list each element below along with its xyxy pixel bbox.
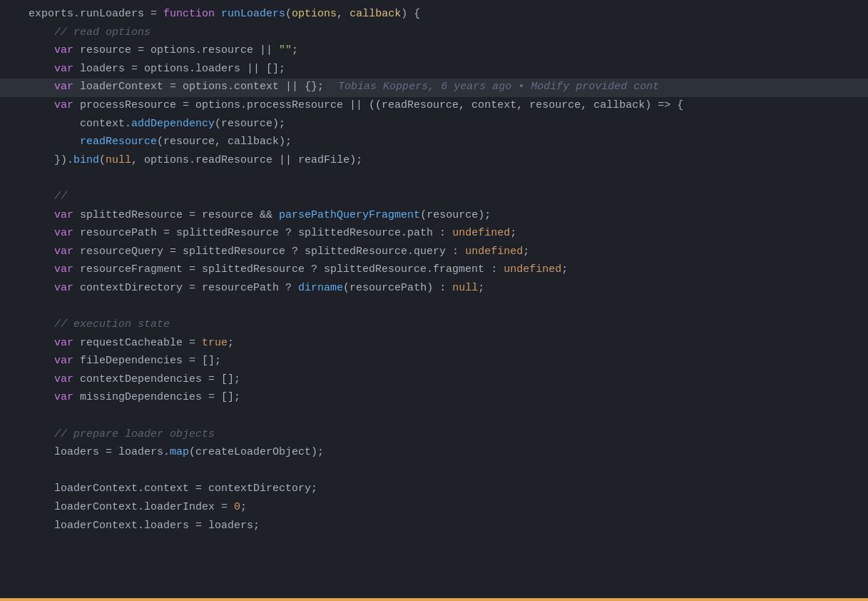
- line-content: var requestCacheable = true;: [29, 335, 234, 352]
- token-kw: var: [54, 337, 73, 349]
- code-line: exports.runLoaders = function runLoaders…: [0, 6, 868, 24]
- token-kw: var: [54, 263, 73, 276]
- token-plain: resourceQuery = splittedResource ? split…: [73, 246, 465, 258]
- token-comment: // execution state: [54, 318, 170, 330]
- line-content: exports.runLoaders = function runLoaders…: [29, 6, 420, 23]
- token-punct: ) {: [401, 8, 420, 20]
- code-line: // read options: [0, 24, 868, 43]
- token-plain: ;: [510, 227, 516, 239]
- code-line: context.addDependency(resource);: [0, 116, 868, 134]
- token-punct: ;: [292, 44, 298, 56]
- line-content: loaders = loaders.map(createLoaderObject…: [29, 444, 324, 461]
- line-content: loaderContext.context = contextDirectory…: [29, 480, 317, 498]
- line-content: //: [29, 188, 67, 206]
- token-punct: (: [285, 8, 292, 20]
- line-content: }).bind(null, options.readResource || re…: [29, 152, 362, 169]
- code-line: var splittedResource = resource && parse…: [0, 207, 868, 226]
- token-plain: context.: [80, 118, 131, 130]
- token-kw: var: [54, 246, 73, 258]
- token-plain: [215, 8, 221, 20]
- token-plain: (resourcePath) :: [343, 282, 452, 294]
- token-comment: // prepare loader objects: [54, 428, 215, 440]
- code-line: var loaders = options.loaders || [];: [0, 61, 868, 79]
- token-plain: ;: [523, 246, 529, 258]
- token-comment: //: [54, 191, 67, 203]
- token-plain: loaders = options.loaders ||: [73, 63, 266, 75]
- code-line: loaderContext.loaderIndex = 0;: [0, 499, 868, 517]
- token-func-name: bind: [73, 154, 99, 166]
- line-content: // read options: [29, 24, 150, 41]
- token-punct: []: [266, 63, 279, 75]
- token-param: callback: [349, 8, 401, 20]
- code-line: }).bind(null, options.readResource || re…: [0, 152, 868, 171]
- token-plain: loaderContext.loaderIndex =: [54, 501, 234, 513]
- line-content: var resourceFragment = splittedResource …: [29, 261, 568, 278]
- line-content: var splittedResource = resource && parse…: [29, 207, 491, 224]
- token-bool: undefined: [504, 263, 561, 276]
- token-punct: }).: [54, 154, 73, 166]
- token-plain: (resource);: [215, 118, 285, 130]
- code-line: var missingDependencies = [];: [0, 389, 868, 408]
- line-content: var loaders = options.loaders || [];: [29, 61, 285, 78]
- line-content: var resource = options.resource || "";: [29, 42, 298, 59]
- code-line: var resourceFragment = splittedResource …: [0, 261, 868, 280]
- token-plain: missingDependencies = [];: [73, 391, 240, 403]
- token-kw: var: [54, 391, 73, 403]
- token-plain: splittedResource = resource &&: [73, 209, 279, 221]
- code-line: [0, 170, 868, 188]
- code-line: loaders = loaders.map(createLoaderObject…: [0, 444, 868, 463]
- token-kw: var: [54, 81, 73, 93]
- line-content: // prepare loader objects: [29, 426, 215, 443]
- token-plain: contextDependencies = [];: [73, 373, 240, 385]
- line-content: loaderContext.loaders = loaders;: [29, 517, 260, 535]
- code-line: [0, 298, 868, 317]
- token-kw: function: [163, 8, 215, 20]
- code-line: var contextDependencies = [];: [0, 371, 868, 390]
- token-param: options: [292, 8, 337, 20]
- token-kw: var: [54, 373, 73, 385]
- token-plain: resource = options.resource ||: [73, 44, 279, 56]
- token-func-name: parsePathQueryFragment: [279, 209, 420, 221]
- token-bool: true: [202, 337, 228, 349]
- token-num: 0: [234, 501, 240, 513]
- token-kw: var: [54, 282, 73, 294]
- code-line: readResource(resource, callback);: [0, 133, 868, 152]
- code-lines: exports.runLoaders = function runLoaders…: [0, 0, 868, 541]
- token-bool: undefined: [465, 246, 523, 258]
- token-plain: (resource, callback);: [157, 136, 292, 148]
- line-content: loaderContext.loaderIndex = 0;: [29, 499, 247, 516]
- line-content: // execution state: [29, 316, 170, 333]
- token-plain: (createLoaderObject);: [189, 446, 324, 458]
- token-plain: loaders = loaders.: [54, 446, 170, 458]
- token-plain: loaderContext.loaders = loaders;: [54, 520, 260, 532]
- token-plain: (resource);: [420, 209, 491, 221]
- bottom-bar: [0, 598, 868, 601]
- code-line: var resourceQuery = splittedResource ? s…: [0, 243, 868, 262]
- code-line: // execution state: [0, 316, 868, 335]
- line-content: var resourceQuery = splittedResource ? s…: [29, 243, 529, 261]
- line-content: context.addDependency(resource);: [29, 116, 285, 133]
- code-line: // prepare loader objects: [0, 426, 868, 445]
- token-kw: var: [54, 99, 73, 111]
- code-line: var requestCacheable = true;: [0, 335, 868, 353]
- line-content: var fileDependencies = [];: [29, 353, 221, 370]
- token-func-name: addDependency: [131, 118, 215, 130]
- line-content: var contextDirectory = resourcePath ? di…: [29, 280, 484, 297]
- line-content: var missingDependencies = [];: [29, 389, 240, 406]
- token-fn: runLoaders: [221, 8, 285, 20]
- code-line: [0, 463, 868, 481]
- token-plain: ;: [478, 282, 484, 294]
- token-plain: , options.readResource || readFile);: [131, 154, 362, 166]
- token-plain: resourceFragment = splittedResource ? sp…: [73, 263, 504, 276]
- line-content: var resourcePath = splittedResource ? sp…: [29, 225, 516, 242]
- code-line: var resourcePath = splittedResource ? sp…: [0, 225, 868, 243]
- token-plain: ;: [228, 337, 234, 349]
- line-content: readResource(resource, callback);: [29, 133, 292, 151]
- token-plain: fileDependencies = [];: [73, 355, 221, 367]
- token-bool: null: [106, 154, 131, 166]
- token-bool: null: [452, 282, 478, 294]
- line-content: var loaderContext = options.context || {…: [29, 79, 659, 96]
- token-plain: ;: [240, 501, 247, 513]
- code-line: var processResource = options.processRes…: [0, 97, 868, 116]
- line-content: var contextDependencies = [];: [29, 371, 240, 388]
